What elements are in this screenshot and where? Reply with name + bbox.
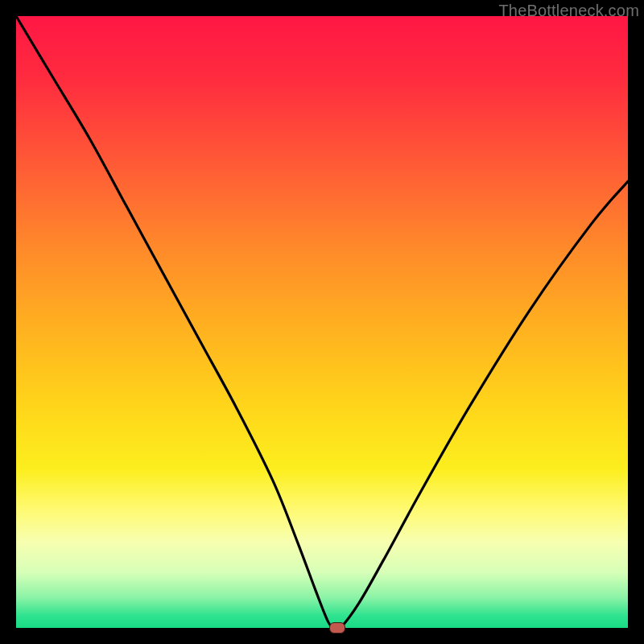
watermark-text: TheBottleneck.com xyxy=(498,2,639,20)
plot-area xyxy=(16,16,628,628)
optimal-point-marker xyxy=(329,622,345,634)
bottleneck-curve xyxy=(16,16,628,628)
chart-frame: TheBottleneck.com xyxy=(0,0,644,644)
